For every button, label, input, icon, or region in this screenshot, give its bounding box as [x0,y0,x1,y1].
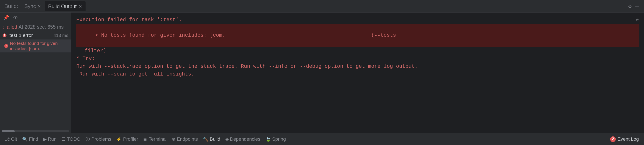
left-panel: 📌 👁 : failed At 2028 sec, 655 ms ! :test… [0,13,71,133]
settings-icon[interactable]: ⚙ [628,3,632,10]
output-line-7: Run with --scan to get full insights. [76,70,639,78]
task-row[interactable]: ! :test 1 error 413 ms [0,31,71,40]
toolbar-find[interactable]: 🔍 Find [20,135,40,143]
toolbar-spring[interactable]: 🍃 Spring [264,135,288,143]
toolbar-run[interactable]: ▶ Run [41,135,58,143]
profiler-icon: ⚡ [116,136,122,142]
event-log-label: Event Log [618,136,639,142]
build-label: Build: [2,3,21,10]
tab-sync[interactable]: Sync ✕ [21,1,44,11]
build-label: Build [210,136,220,142]
tab-build-output[interactable]: Build Output ✕ [44,1,85,11]
run-label: Run [48,136,56,142]
bottom-toolbar: ⎇ Git 🔍 Find ▶ Run ☰ TODO ⓘ Problems ⚡ P… [0,133,644,145]
toolbar-dependencies[interactable]: ◈ Dependencies [223,135,262,143]
right-icons: ⇌ ↕ [633,15,642,34]
error-message: No tests found for given includes: [com. [10,41,66,51]
main-content: 📌 👁 : failed At 2028 sec, 655 ms ! :test… [0,13,644,133]
git-icon: ⎇ [5,136,10,142]
endpoints-icon: ⊕ [172,136,176,142]
terminal-icon: ▣ [143,136,148,142]
build-time: At 2028 sec, 655 ms [18,24,64,30]
output-line-2-suffix: (--tests [225,32,396,38]
build-icon: 🔨 [203,136,208,142]
spring-label: Spring [272,136,286,142]
output-line-1: Execution failed for task ':test'. [76,16,639,24]
task-error-count: 1 error [19,33,33,38]
toolbar-git[interactable]: ⎇ Git [2,135,19,143]
error-row[interactable]: ! No tests found for given includes: [co… [0,40,71,52]
error-dot: ! [2,34,6,37]
wrap-lines-icon[interactable]: ⇌ [633,15,642,24]
git-label: Git [11,136,17,142]
output-line-2-text: > No tests found for given includes: [co… [95,32,225,38]
toolbar-profiler[interactable]: ⚡ Profiler [114,135,140,143]
scrollbar-thumb[interactable] [2,130,15,132]
tab-bar-actions: ⚙ — [628,3,642,10]
build-failed-row: : failed At 2028 sec, 655 ms [0,23,71,31]
output-line-3: filter) [76,47,639,55]
dependencies-label: Dependencies [230,136,260,142]
tab-sync-label: Sync [24,3,36,9]
scrollbar[interactable] [2,130,69,132]
event-log-badge-count: 2 [610,136,616,142]
pin-icon[interactable]: 📌 [2,13,10,22]
left-panel-bottom [0,52,71,129]
todo-label: TODO [67,136,80,142]
dependencies-icon: ◈ [226,136,229,142]
eye-icon[interactable]: 👁 [11,13,20,22]
endpoints-label: Endpoints [177,136,198,142]
problems-label: Problems [91,136,111,142]
minimize-icon[interactable]: — [635,3,639,10]
tab-bar: Build: Sync ✕ Build Output ✕ ⚙ — [0,0,644,13]
find-label: Find [29,136,38,142]
toolbar-problems[interactable]: ⓘ Problems [84,135,113,143]
profiler-label: Profiler [123,136,138,142]
run-icon: ▶ [43,136,46,142]
toolbar-build[interactable]: 🔨 Build [201,135,222,143]
problems-icon: ⓘ [86,136,90,142]
toolbar-endpoints[interactable]: ⊕ Endpoints [170,135,200,143]
output-line-6: Run with --stacktrace option to get the … [76,63,639,70]
spring-icon: 🍃 [266,136,271,142]
terminal-label: Terminal [149,136,166,142]
todo-icon: ☰ [62,136,66,142]
scroll-to-end-icon[interactable]: ↕ [633,26,642,34]
task-time: 413 ms [54,33,68,38]
find-icon: 🔍 [22,136,28,142]
tab-sync-close[interactable]: ✕ [38,4,41,9]
toolbar-todo[interactable]: ☰ TODO [60,135,82,143]
output-line-5: * Try: [76,55,639,63]
toolbar-terminal[interactable]: ▣ Terminal [141,135,169,143]
tab-build-output-close[interactable]: ✕ [78,4,82,9]
output-panel: Execution failed for task ':test'. > No … [71,13,644,133]
error-dot-2: ! [4,44,8,48]
build-failed-text: : failed [2,24,17,30]
task-name: :test [8,33,17,38]
tab-build-output-label: Build Output [48,4,76,10]
toolbar-event-log[interactable]: 2 Event Log [608,135,642,143]
output-line-2: > No tests found for given includes: [co… [76,24,639,47]
